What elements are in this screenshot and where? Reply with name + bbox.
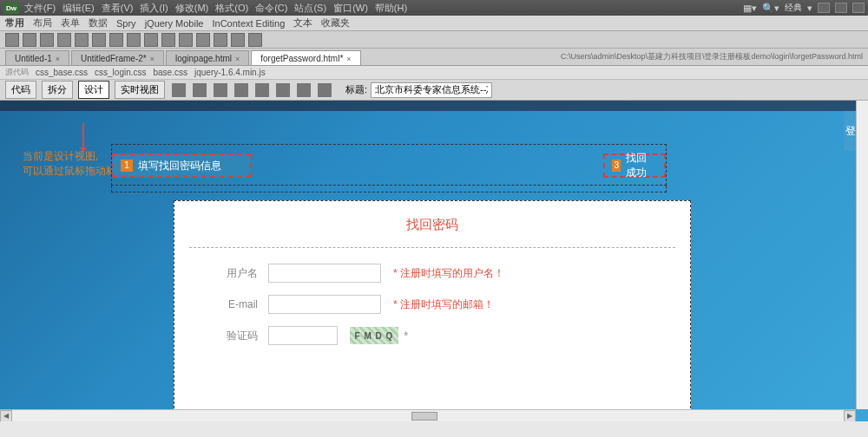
menu-file[interactable]: 文件(F): [24, 2, 56, 15]
tab-close-icon[interactable]: ×: [56, 55, 60, 63]
tool-icon[interactable]: [196, 33, 210, 47]
tab-close-icon[interactable]: ×: [150, 55, 155, 63]
form-body: 用户名 * 注册时填写的用户名！ E-mail * 注册时填写的邮箱！ 验证码 …: [174, 264, 690, 345]
tab-untitledframe2[interactable]: UntitledFrame-2*×: [71, 50, 164, 65]
close-button[interactable]: [852, 3, 865, 13]
insert-spry[interactable]: Spry: [116, 18, 136, 29]
scroll-right-icon[interactable]: ▶: [844, 410, 856, 422]
tool-icon[interactable]: [57, 33, 71, 47]
insert-icon-row: [0, 31, 868, 49]
tool-icon[interactable]: [109, 33, 123, 47]
tab-close-icon[interactable]: ×: [346, 55, 351, 63]
toolbar-icon[interactable]: [234, 83, 248, 97]
toolbar-icon[interactable]: [172, 83, 186, 97]
step-1-tab[interactable]: 1 填写找回密码信息: [112, 153, 251, 178]
captcha-image[interactable]: F M D Q: [350, 327, 398, 344]
insert-incontext[interactable]: InContext Editing: [212, 18, 285, 29]
divider: [189, 247, 675, 248]
insert-layout[interactable]: 布局: [33, 16, 52, 29]
view-code-button[interactable]: 代码: [5, 81, 36, 99]
insert-common[interactable]: 常用: [5, 16, 24, 29]
tab-untitled1[interactable]: Untitled-1×: [5, 50, 69, 65]
toolbar-icon[interactable]: [276, 83, 290, 97]
insert-form[interactable]: 表单: [61, 16, 80, 29]
page-title-input[interactable]: [371, 82, 492, 98]
form-card[interactable]: 找回密码 用户名 * 注册时填写的用户名！ E-mail * 注册时填写的邮箱！…: [174, 200, 691, 417]
maximize-button[interactable]: [835, 3, 847, 13]
menu-modify[interactable]: 修改(M): [175, 2, 209, 15]
insert-toolbar: 常用 布局 表单 数据 Spry jQuery Mobile InContext…: [0, 16, 868, 31]
tool-icon[interactable]: [214, 33, 227, 47]
linked-file[interactable]: jquery-1.6.4.min.js: [194, 68, 266, 77]
linked-file[interactable]: css_login.css: [95, 68, 146, 77]
view-live-button[interactable]: 实时视图: [115, 81, 165, 99]
tool-icon[interactable]: [248, 33, 262, 47]
input-username[interactable]: [268, 264, 381, 283]
tool-icon[interactable]: [161, 33, 175, 47]
tool-icon[interactable]: [179, 33, 193, 47]
menu-insert[interactable]: 插入(I): [140, 2, 168, 15]
toolbar-icon[interactable]: [297, 83, 311, 97]
input-email[interactable]: [268, 295, 381, 314]
tool-icon[interactable]: [5, 33, 19, 47]
label-email: E-mail: [209, 298, 258, 310]
insert-fav[interactable]: 收藏夹: [321, 16, 350, 29]
hint-email: * 注册时填写的邮箱！: [393, 297, 494, 312]
toolbar-icon[interactable]: [318, 83, 332, 97]
view-toolbar: 代码 拆分 设计 实时视图 标题:: [0, 80, 868, 101]
view-design-button[interactable]: 设计: [78, 81, 109, 99]
scroll-track[interactable]: [12, 410, 844, 422]
search-icon[interactable]: 🔍▾: [762, 3, 779, 14]
toolbar-icon[interactable]: [214, 83, 227, 97]
tool-icon[interactable]: [75, 33, 89, 47]
vertical-scrollbar[interactable]: [856, 101, 868, 409]
dashed-outline: [111, 186, 667, 192]
tool-icon[interactable]: [92, 33, 106, 47]
menu-site[interactable]: 站点(S): [294, 2, 326, 15]
step-3-tab[interactable]: 3 找回成功: [603, 153, 666, 178]
document-tabs: Untitled-1× UntitledFrame-2*× loginpage.…: [0, 49, 868, 66]
scroll-left-icon[interactable]: ◀: [0, 410, 12, 422]
view-split-button[interactable]: 拆分: [42, 81, 73, 99]
menu-format[interactable]: 格式(O): [215, 2, 248, 15]
layout-dropdown-icon[interactable]: ▦▾: [743, 3, 757, 14]
input-captcha[interactable]: [268, 326, 338, 345]
tool-icon[interactable]: [23, 33, 36, 47]
tab-loginpage[interactable]: loginpage.html×: [166, 50, 249, 65]
insert-text[interactable]: 文本: [293, 16, 312, 29]
workspace-mode[interactable]: 经典: [785, 2, 802, 14]
menu-command[interactable]: 命令(C): [255, 2, 287, 15]
tool-icon[interactable]: [127, 33, 141, 47]
tool-icon[interactable]: [40, 33, 54, 47]
minimize-button[interactable]: [818, 3, 830, 13]
horizontal-scrollbar[interactable]: ◀ ▶: [0, 409, 856, 421]
captcha-refresh-icon[interactable]: *: [404, 329, 408, 342]
toolbar-icon[interactable]: [193, 83, 207, 97]
form-row-email: E-mail * 注册时填写的邮箱！: [174, 295, 690, 314]
step-badge: 3: [612, 160, 621, 172]
hint-username: * 注册时填写的用户名！: [393, 266, 504, 281]
insert-jquery[interactable]: jQuery Mobile: [145, 18, 204, 29]
linked-file[interactable]: base.css: [154, 68, 187, 77]
tab-close-icon[interactable]: ×: [235, 55, 240, 63]
form-row-username: 用户名 * 注册时填写的用户名！: [174, 264, 690, 283]
menu-window[interactable]: 窗口(W): [333, 2, 368, 15]
design-canvas[interactable]: 登录 当前是设计视图, 可以通过鼠标拖动标签块来设计板块。 1 填写找回密码信息…: [0, 101, 868, 421]
window-controls: ▦▾ 🔍▾ 经典 ▾: [743, 2, 865, 14]
scroll-thumb[interactable]: [411, 412, 437, 421]
label-username: 用户名: [209, 266, 258, 281]
step-container[interactable]: 1 填写找回密码信息 3 找回成功: [111, 144, 667, 186]
step-label: 找回成功: [626, 151, 657, 180]
menu-edit[interactable]: 编辑(E): [62, 2, 95, 15]
toolbar-icon[interactable]: [255, 83, 269, 97]
insert-data[interactable]: 数据: [89, 16, 108, 29]
menu-help[interactable]: 帮助(H): [375, 2, 407, 15]
form-row-captcha: 验证码 F M D Q *: [174, 326, 690, 345]
title-bar: Dw 文件(F) 编辑(E) 查看(V) 插入(I) 修改(M) 格式(O) 命…: [0, 0, 868, 16]
menu-view[interactable]: 查看(V): [102, 2, 134, 15]
tool-icon[interactable]: [231, 33, 245, 47]
tool-icon[interactable]: [144, 33, 158, 47]
tab-forgetpassword[interactable]: forgetPassword.html*×: [251, 50, 360, 65]
linked-label: 源代码: [5, 67, 29, 78]
linked-file[interactable]: css_base.css: [36, 68, 88, 77]
